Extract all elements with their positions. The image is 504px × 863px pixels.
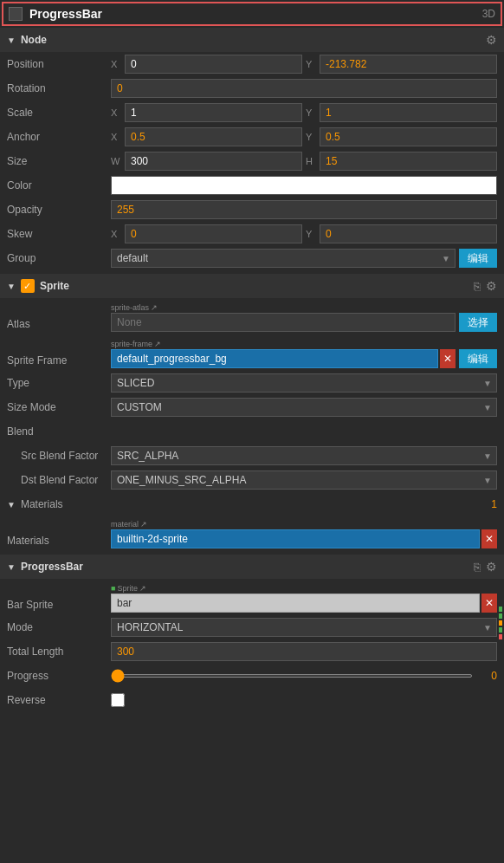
sprite-copy-icon[interactable]: ⎘ bbox=[474, 280, 481, 293]
sprite-frame-row: Sprite Frame sprite-frame ↗ ✕ 编辑 bbox=[0, 334, 504, 371]
sprite-frame-label: Sprite Frame bbox=[7, 354, 111, 367]
dst-blend-row: Dst Blend Factor ONE_MINUS_SRC_ALPHA ▼ bbox=[0, 468, 504, 492]
position-row: Position X Y bbox=[0, 52, 504, 76]
progressbar-copy-icon[interactable]: ⎘ bbox=[474, 561, 481, 574]
size-h-axis: H bbox=[306, 156, 316, 166]
top-bar: ProgressBar 3D bbox=[2, 2, 502, 26]
skew-row: Skew X Y bbox=[0, 222, 504, 246]
skew-x-axis: X bbox=[111, 229, 121, 239]
scale-label: Scale bbox=[7, 107, 111, 119]
position-label: Position bbox=[7, 58, 111, 70]
bar-sprite-input[interactable] bbox=[111, 594, 480, 613]
progress-value: 0 bbox=[476, 670, 497, 682]
src-blend-dropdown[interactable]: SRC_ALPHA bbox=[111, 446, 497, 465]
progressbar-gear-icon[interactable]: ⚙ bbox=[486, 560, 497, 574]
total-length-row: Total Length bbox=[0, 639, 504, 664]
anchor-x-axis: X bbox=[111, 132, 121, 142]
anchor-y-axis: Y bbox=[306, 132, 316, 142]
skew-y-input[interactable] bbox=[320, 224, 497, 243]
indicator-red bbox=[499, 634, 502, 639]
size-h-input[interactable] bbox=[320, 152, 497, 171]
src-blend-row: Src Blend Factor SRC_ALPHA ▼ bbox=[0, 444, 504, 468]
material-sub-label: material ↗ bbox=[111, 520, 497, 529]
group-label: Group bbox=[7, 252, 111, 264]
sprite-gear-icon[interactable]: ⚙ bbox=[486, 279, 497, 293]
opacity-input[interactable] bbox=[111, 200, 497, 219]
progress-row: Progress 0 bbox=[0, 664, 504, 688]
sprite-frame-sub-label: sprite-frame ↗ bbox=[111, 340, 456, 348]
size-row: Size W H bbox=[0, 149, 504, 173]
scale-x-input[interactable] bbox=[125, 103, 302, 122]
reverse-label: Reverse bbox=[7, 694, 111, 706]
sprite-frame-link-icon: ↗ bbox=[154, 340, 161, 348]
material-link-icon: ↗ bbox=[140, 520, 147, 529]
size-w-input[interactable] bbox=[125, 152, 302, 171]
blend-label: Blend bbox=[7, 425, 111, 438]
sprite-enabled-checkbox[interactable] bbox=[21, 279, 35, 293]
sprite-arrow-icon: ▼ bbox=[7, 282, 16, 291]
opacity-row: Opacity bbox=[0, 198, 504, 222]
sprite-section-header[interactable]: ▼ Sprite ⎘ ⚙ bbox=[0, 274, 504, 298]
color-input[interactable] bbox=[111, 176, 497, 195]
scale-y-axis: Y bbox=[306, 107, 316, 118]
size-label: Size bbox=[7, 155, 111, 167]
progressbar-section-header[interactable]: ▼ ProgressBar ⎘ ⚙ bbox=[0, 555, 504, 579]
dst-blend-label: Dst Blend Factor bbox=[7, 474, 111, 486]
group-dropdown[interactable]: default bbox=[111, 249, 456, 268]
3d-badge: 3D bbox=[482, 8, 495, 20]
position-y-input[interactable] bbox=[320, 55, 497, 74]
bar-sprite-clear-button[interactable]: ✕ bbox=[481, 594, 497, 613]
anchor-x-input[interactable] bbox=[125, 127, 302, 146]
position-x-axis: X bbox=[111, 59, 121, 69]
size-mode-dropdown[interactable]: CUSTOM bbox=[111, 398, 497, 417]
size-w-axis: W bbox=[111, 156, 121, 166]
indicator-green bbox=[499, 607, 502, 612]
mode-dropdown[interactable]: HORIZONTAL bbox=[111, 618, 497, 637]
rotation-input[interactable] bbox=[111, 79, 497, 98]
atlas-select-button[interactable]: 选择 bbox=[459, 313, 497, 332]
node-section-header[interactable]: ▼ Node ⚙ bbox=[0, 28, 504, 52]
scale-y-input[interactable] bbox=[320, 103, 497, 122]
anchor-y-input[interactable] bbox=[320, 127, 497, 146]
sprite-frame-input[interactable] bbox=[111, 349, 438, 368]
color-row: Color bbox=[0, 173, 504, 198]
type-dropdown[interactable]: SLICED bbox=[111, 373, 497, 393]
material-clear-button[interactable]: ✕ bbox=[481, 529, 497, 548]
scale-x-axis: X bbox=[111, 107, 121, 118]
total-length-input[interactable] bbox=[111, 642, 497, 661]
node-gear-icon[interactable]: ⚙ bbox=[486, 33, 497, 47]
node-arrow-icon: ▼ bbox=[7, 36, 16, 45]
mode-label: Mode bbox=[7, 621, 111, 633]
materials-header[interactable]: ▼ Materials 1 bbox=[0, 494, 504, 515]
materials-arrow-icon: ▼ bbox=[7, 500, 16, 509]
color-label: Color bbox=[7, 179, 111, 191]
material-input[interactable] bbox=[111, 529, 480, 548]
sprite-frame-edit-button[interactable]: 编辑 bbox=[459, 349, 497, 368]
anchor-label: Anchor bbox=[7, 131, 111, 143]
indicator-yellow bbox=[499, 620, 502, 626]
position-x-input[interactable] bbox=[125, 55, 302, 74]
type-row: Type SLICED ▼ bbox=[0, 371, 504, 395]
indicator-green2 bbox=[499, 613, 502, 619]
right-indicators bbox=[499, 607, 504, 641]
rotation-label: Rotation bbox=[7, 82, 111, 94]
dst-blend-dropdown[interactable]: ONE_MINUS_SRC_ALPHA bbox=[111, 470, 497, 490]
sprite-frame-clear-button[interactable]: ✕ bbox=[440, 349, 456, 368]
bar-sprite-row: Bar Sprite ■ Sprite ↗ ✕ bbox=[0, 579, 504, 615]
bar-sprite-label: Bar Sprite bbox=[7, 599, 111, 611]
reverse-checkbox[interactable] bbox=[111, 693, 125, 707]
skew-x-input[interactable] bbox=[125, 224, 302, 243]
sprite-section-title: Sprite bbox=[40, 280, 468, 292]
materials-section-title: Materials bbox=[21, 498, 484, 510]
atlas-label: Atlas bbox=[7, 318, 111, 330]
materials-field-row: Materials material ↗ ✕ bbox=[0, 515, 504, 551]
opacity-label: Opacity bbox=[7, 204, 111, 216]
node-enabled-checkbox[interactable] bbox=[9, 7, 23, 21]
atlas-input[interactable] bbox=[111, 313, 456, 332]
group-edit-button[interactable]: 编辑 bbox=[459, 249, 497, 268]
progress-slider[interactable] bbox=[111, 674, 473, 678]
progressbar-section-title: ProgressBar bbox=[21, 561, 468, 573]
src-blend-label: Src Blend Factor bbox=[7, 450, 111, 462]
progress-label: Progress bbox=[7, 670, 111, 682]
progressbar-arrow-icon: ▼ bbox=[7, 562, 16, 572]
